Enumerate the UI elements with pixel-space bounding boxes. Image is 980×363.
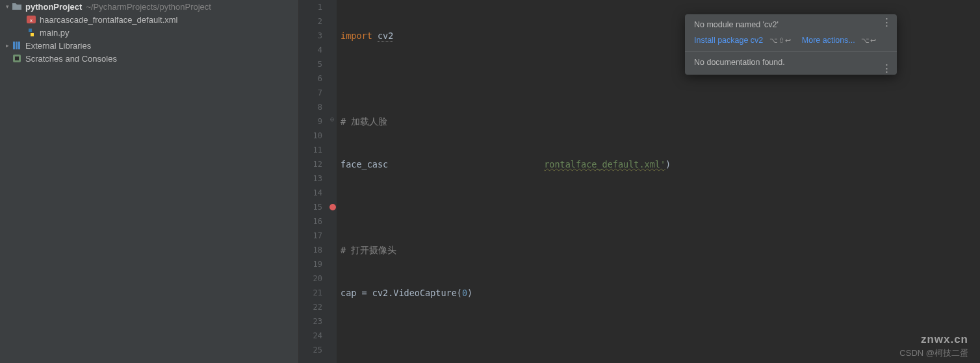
marker-column[interactable]: ⊖ <box>330 0 337 363</box>
code-text: face_casc <box>341 159 388 169</box>
kebab-icon[interactable]: ⋮ <box>882 67 892 69</box>
library-icon <box>12 40 22 51</box>
file-label: haarcascade_frontalface_default.xml <box>40 15 177 25</box>
watermark-primary: znwx.cn <box>921 333 968 346</box>
string-literal: rontalface_default.xml' <box>544 159 665 169</box>
external-libraries-row[interactable]: ▸ External Libraries <box>0 39 298 52</box>
file-label: main.py <box>40 28 70 38</box>
scratches-row[interactable]: Scratches and Consoles <box>0 52 298 65</box>
comment: # 打开摄像头 <box>341 245 396 255</box>
kw-import: import <box>341 31 378 41</box>
svg-rect-2 <box>13 42 15 49</box>
svg-rect-6 <box>15 56 19 60</box>
number: 0 <box>462 288 467 298</box>
code-editor[interactable]: 12345 678910 1112131415 1617181920 21222… <box>299 0 980 363</box>
chevron-down-icon[interactable]: ▾ <box>4 3 10 10</box>
watermark-secondary: CSDN @柯技二蛋 <box>899 347 968 359</box>
chevron-right-icon[interactable]: ▸ <box>4 42 10 49</box>
project-root-row[interactable]: ▾ pythonProject ~/PycharmProjects/python… <box>0 0 298 13</box>
popup-actions-row: Install package cv2 ⌥⇧↩ More actions... … <box>685 32 897 51</box>
popup-title-row: No module named 'cv2' ⋮ <box>685 14 897 32</box>
popup-doc-text: No documentation found. <box>694 58 785 67</box>
file-row-xml[interactable]: x haarcascade_frontalface_default.xml <box>0 13 298 26</box>
svg-rect-4 <box>18 42 20 49</box>
xml-file-icon: x <box>26 14 36 25</box>
code-text: cap = cv2.VideoCapture( <box>341 288 462 298</box>
folder-icon <box>12 1 22 12</box>
project-tree[interactable]: ▾ pythonProject ~/PycharmProjects/python… <box>0 0 299 363</box>
fold-icon[interactable]: ⊖ <box>330 116 334 123</box>
install-package-link[interactable]: Install package cv2 <box>694 36 763 45</box>
line-gutter: 12345 678910 1112131415 1617181920 21222… <box>299 0 330 363</box>
svg-rect-3 <box>16 42 18 49</box>
breakpoint-icon[interactable] <box>329 204 336 210</box>
more-actions-link[interactable]: More actions... <box>802 36 855 45</box>
project-path: ~/PycharmProjects/pythonProject <box>86 2 211 12</box>
comment: # 加载人脸 <box>341 116 387 127</box>
module-cv2: cv2 <box>378 31 393 42</box>
scratches-label: Scratches and Consoles <box>25 54 117 64</box>
paren: ) <box>467 288 472 298</box>
external-libraries-label: External Libraries <box>25 41 91 51</box>
python-file-icon <box>26 27 36 38</box>
shortcut-hint: ⌥⇧↩ <box>769 36 792 44</box>
shortcut-hint: ⌥↩ <box>861 36 877 44</box>
paren: ) <box>665 159 671 169</box>
scratches-icon <box>12 53 22 64</box>
error-popup: No module named 'cv2' ⋮ Install package … <box>685 14 897 75</box>
popup-doc-row: No documentation found. ⋮ <box>685 51 897 75</box>
kebab-icon[interactable]: ⋮ <box>882 21 892 23</box>
popup-title: No module named 'cv2' <box>694 20 779 29</box>
svg-text:x: x <box>30 18 32 23</box>
file-row-py[interactable]: main.py <box>0 26 298 39</box>
project-name: pythonProject <box>25 2 82 12</box>
